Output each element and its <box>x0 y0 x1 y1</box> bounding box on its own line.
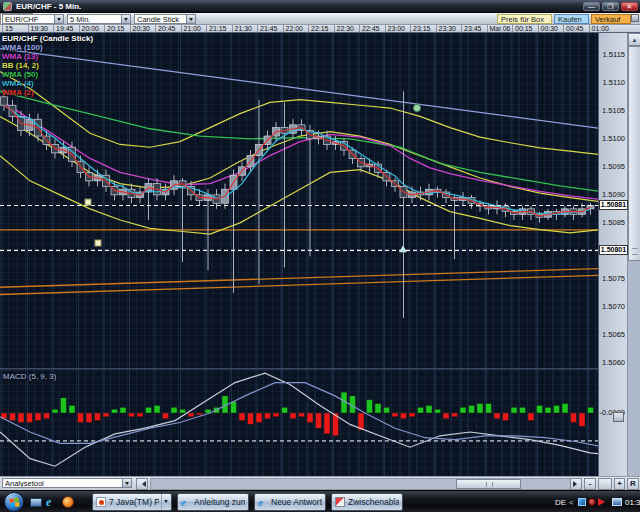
java-icon <box>96 497 106 507</box>
symbol-select[interactable]: EUR/CHF <box>2 14 64 24</box>
horizontal-scroll-thumb[interactable] <box>456 479 521 489</box>
zoom-out-button[interactable]: - <box>584 478 596 490</box>
app-icon <box>3 2 12 11</box>
taskbar: e 7 Java(TM) Platfor...eAnleitung zum Ei… <box>0 490 640 512</box>
ie-icon: e <box>258 497 268 507</box>
minimize-button[interactable]: — <box>583 2 600 11</box>
bottom-bar: Analysetool - + R <box>0 476 640 490</box>
symbol-value: EUR/CHF <box>3 15 54 23</box>
macd-histogram <box>1 392 594 436</box>
price-tick-label: 1.5070 <box>602 303 625 311</box>
price-tick-label: 1.5065 <box>602 331 625 339</box>
taskbar-button[interactable]: Zwischenablage01 -... <box>331 493 403 511</box>
legend-item: WMA (13) <box>2 52 93 61</box>
windows-logo-icon <box>9 497 19 507</box>
taskbar-button-label: 7 Java(TM) Platfor... <box>109 497 159 507</box>
price-tick-label: 1.5085 <box>602 219 625 227</box>
taskbar-button-label: Anleitung zum Einf... <box>194 497 245 507</box>
ie-icon: e <box>181 497 191 507</box>
sell-button[interactable]: Verkauf <box>591 14 631 24</box>
tray-arrow-icon[interactable] <box>598 498 609 506</box>
triangle-marker[interactable] <box>399 245 407 252</box>
legend-item: WMA (2) <box>2 88 93 97</box>
time-tick-label: 21:45 <box>257 25 278 33</box>
restore-button[interactable]: ❐ <box>602 2 619 11</box>
vertical-scrollbar[interactable]: ▲ <box>627 33 640 476</box>
wma2-line <box>4 105 591 216</box>
chevron-down-icon[interactable] <box>186 15 195 23</box>
time-tick-label: 21:00 <box>181 25 202 33</box>
desktop: EUR/CHF - 5 Min. — ❐ ✕ EUR/CHF 5 Min. Ca… <box>0 0 640 512</box>
charttype-select[interactable]: Candle Stick <box>134 14 196 24</box>
img-icon <box>335 497 345 507</box>
price-axis[interactable]: 1.50881 1.50801 -0.0000 1.51151.51101.51… <box>598 33 627 476</box>
show-desktop-icon[interactable] <box>30 498 42 507</box>
buy-button[interactable]: Kaufen <box>554 14 589 24</box>
time-tick-label: 23:45 <box>461 25 482 33</box>
order-price-label: 1.50801 <box>599 245 628 255</box>
reset-zoom-button[interactable]: R <box>627 478 639 490</box>
chart-canvas <box>0 33 598 476</box>
chevron-down-icon[interactable] <box>161 493 171 511</box>
pane-divider <box>0 368 598 370</box>
chart-legend: EUR/CHF (Candle Stick)WMA (100)WMA (13)B… <box>2 34 93 97</box>
time-tick-label: 20:45 <box>155 25 176 33</box>
tray-clock-icon[interactable] <box>588 498 596 506</box>
macd-label: MACD (5, 9, 3) <box>3 372 56 381</box>
charttype-value: Candle Stick <box>135 15 186 23</box>
analysetool-select[interactable]: Analysetool <box>2 478 132 488</box>
taskbar-button[interactable]: eAnleitung zum Einf... <box>177 493 249 511</box>
language-indicator[interactable]: DE <box>555 498 566 512</box>
interval-value: 5 Min. <box>68 15 121 23</box>
chevron-down-icon[interactable] <box>121 15 130 23</box>
pin-icon[interactable] <box>631 14 639 22</box>
time-tick-label: 20:00 <box>79 25 100 33</box>
square-marker[interactable] <box>95 240 101 246</box>
time-tick-label: 20:30 <box>130 25 151 33</box>
time-tick-label: 01:00 <box>589 25 610 33</box>
bb-lower-line <box>0 156 598 234</box>
dot-marker[interactable] <box>414 105 421 112</box>
time-tick-label: 22:45 <box>359 25 380 33</box>
start-button[interactable] <box>4 492 24 512</box>
price-tick-label: 1.5105 <box>602 107 625 115</box>
time-tick-label: 21:30 <box>232 25 253 33</box>
time-tick-label: 20:15 <box>104 25 125 33</box>
firefox-icon[interactable] <box>62 496 74 508</box>
time-tick-label: 22:30 <box>334 25 355 33</box>
chevron-down-icon[interactable] <box>54 15 63 23</box>
legend-item: WMA (50) <box>2 70 93 79</box>
horizontal-scrollbar[interactable] <box>150 478 582 490</box>
scroll-left-button[interactable] <box>136 478 148 490</box>
axis-splitter-handle[interactable] <box>613 412 624 422</box>
price-box-button[interactable]: Preis für Box <box>497 14 552 24</box>
square-marker[interactable] <box>85 199 91 205</box>
taskbar-button-label: Neue Antwort erstel... <box>271 497 322 507</box>
time-tick-label: 23:30 <box>436 25 457 33</box>
close-button[interactable]: ✕ <box>621 2 638 11</box>
internet-explorer-icon[interactable]: e <box>46 496 58 508</box>
taskbar-button[interactable]: 7 Java(TM) Platfor... <box>92 493 172 511</box>
time-tick-label: 22:00 <box>283 25 304 33</box>
time-axis: 1519:3019:4520:0020:1520:3020:4521:0021:… <box>0 25 640 33</box>
scroll-up-icon[interactable]: ▲ <box>628 33 640 46</box>
interval-select[interactable]: 5 Min. <box>67 14 131 24</box>
chevron-down-icon[interactable] <box>122 479 131 487</box>
scroll-right-button[interactable] <box>570 478 582 490</box>
window-titlebar: EUR/CHF - 5 Min. — ❐ ✕ <box>0 0 640 13</box>
zoom-in-button[interactable]: + <box>614 478 625 490</box>
spacer-button[interactable] <box>598 478 612 490</box>
network-icon[interactable] <box>612 498 622 506</box>
tray-app-icon[interactable] <box>578 498 586 506</box>
taskbar-button[interactable]: eNeue Antwort erstel... <box>254 493 326 511</box>
price-chart[interactable]: EUR/CHF (Candle Stick)WMA (100)WMA (13)B… <box>0 33 598 476</box>
chart-toolbar: EUR/CHF 5 Min. Candle Stick Preis für Bo… <box>0 13 640 25</box>
tray-expand-icon[interactable]: < <box>569 498 574 512</box>
time-tick-label: 00:30 <box>538 25 559 33</box>
vertical-scroll-thumb[interactable] <box>628 46 640 261</box>
time-tick-label: 23:15 <box>410 25 431 33</box>
time-tick-label: 00:45 <box>563 25 584 33</box>
legend-item: WMA (4) <box>2 79 93 88</box>
time-tick-label: 19:30 <box>28 25 49 33</box>
window-title: EUR/CHF - 5 Min. <box>16 2 581 11</box>
